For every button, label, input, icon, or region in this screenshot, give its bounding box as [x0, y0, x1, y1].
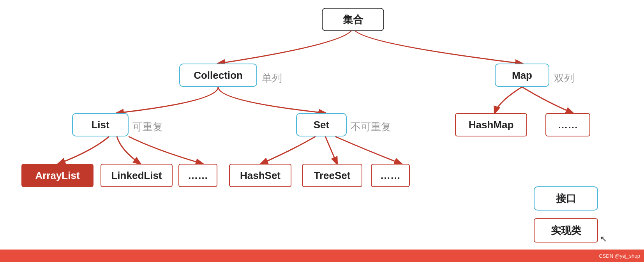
legend-interface-box: 接口: [534, 186, 598, 211]
node-list-etc: ……: [178, 164, 217, 187]
node-map: Map: [495, 64, 549, 87]
node-treeset: TreeSet: [302, 164, 362, 187]
legend-impl-label: 实现类: [551, 224, 581, 237]
node-set-etc: ……: [371, 164, 410, 187]
node-hashset: HashSet: [229, 164, 291, 187]
node-set: Set: [296, 113, 347, 136]
legend-interface-label: 接口: [556, 192, 576, 205]
node-collection-label: Collection: [194, 69, 243, 81]
node-hashmap-label: HashMap: [469, 119, 514, 131]
node-list-etc-label: ……: [188, 170, 208, 182]
cursor-indicator: ↖: [600, 234, 607, 244]
label-double-column: 双列: [554, 71, 574, 85]
node-arraylist: ArrayList: [21, 164, 94, 187]
bottom-bar: CSDN @yej_shup: [0, 250, 644, 262]
label-single-column: 单列: [262, 71, 282, 85]
node-arraylist-label: ArrayList: [35, 170, 79, 182]
label-non-repeatable: 不可重复: [351, 120, 391, 134]
node-map-label: Map: [512, 69, 532, 81]
legend-impl-box: 实现类: [534, 218, 598, 243]
node-set-label: Set: [314, 119, 329, 131]
node-list: List: [72, 113, 129, 136]
node-collection: Collection: [179, 64, 257, 87]
node-treeset-label: TreeSet: [314, 170, 351, 182]
node-linkedlist: LinkedList: [101, 164, 173, 187]
node-hashset-label: HashSet: [240, 170, 281, 182]
node-root: 集合: [322, 8, 384, 31]
node-list-label: List: [91, 119, 109, 131]
node-map-etc-label: ……: [558, 119, 578, 131]
node-root-label: 集合: [343, 13, 363, 27]
diagram-container: 集合 Collection 单列 Map 双列 List 可重复 Set 不可重…: [0, 0, 644, 250]
watermark: CSDN @yej_shup: [599, 253, 640, 259]
node-hashmap: HashMap: [455, 113, 527, 136]
node-linkedlist-label: LinkedList: [111, 170, 162, 182]
label-repeatable: 可重复: [132, 120, 163, 134]
node-map-etc: ……: [545, 113, 590, 136]
node-set-etc-label: ……: [380, 170, 401, 182]
